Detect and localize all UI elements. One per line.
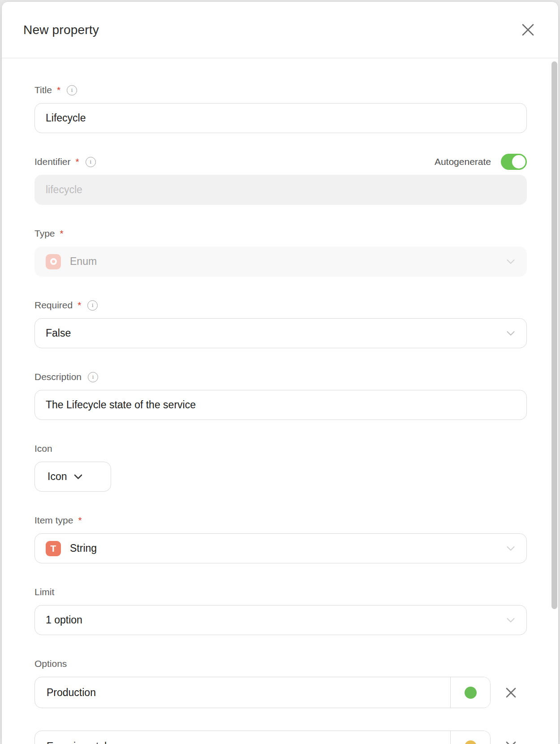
- modal-header: New property: [2, 2, 558, 58]
- color-dot-icon: [465, 687, 477, 699]
- type-section: Type* Enum: [34, 227, 527, 277]
- required-select[interactable]: False: [34, 318, 527, 348]
- option-color-swatch[interactable]: [450, 677, 490, 708]
- identifier-input: [34, 175, 527, 205]
- remove-option-button[interactable]: [504, 740, 518, 744]
- title-label: Title: [34, 85, 52, 95]
- icon-picker-label: Icon: [47, 471, 67, 483]
- required-asterisk: *: [78, 515, 82, 526]
- limit-select-value: 1 option: [46, 614, 82, 626]
- title-section: Title* i: [34, 84, 527, 133]
- required-asterisk: *: [78, 300, 81, 311]
- identifier-section: Identifier* i Autogenerate: [34, 156, 527, 205]
- info-icon[interactable]: i: [88, 372, 98, 382]
- item-type-label: Item type: [34, 515, 73, 526]
- required-asterisk: *: [76, 156, 79, 167]
- icon-section: Icon Icon: [34, 442, 527, 492]
- chevron-down-icon: [507, 546, 515, 551]
- item-type-section: Item type* T String: [34, 514, 527, 563]
- options-section: Options: [34, 657, 527, 744]
- remove-icon: [506, 688, 516, 698]
- enum-type-icon: [46, 254, 61, 269]
- remove-option-button[interactable]: [504, 686, 518, 700]
- chevron-down-icon: [507, 259, 515, 264]
- chevron-down-icon: [507, 331, 515, 336]
- icon-label: Icon: [34, 443, 52, 454]
- item-type-select-value: String: [70, 542, 97, 554]
- autogenerate-toggle[interactable]: [501, 154, 527, 170]
- scrollbar-thumb[interactable]: [551, 61, 557, 609]
- type-select: Enum: [34, 247, 527, 277]
- required-select-value: False: [46, 327, 71, 339]
- type-label: Type: [34, 228, 55, 239]
- options-label: Options: [34, 658, 67, 669]
- identifier-label: Identifier: [34, 156, 71, 167]
- icon-picker-button[interactable]: Icon: [34, 462, 111, 492]
- description-input[interactable]: [34, 390, 527, 420]
- chevron-down-icon: [507, 618, 515, 623]
- page-title: New property: [23, 23, 99, 37]
- color-dot-icon: [465, 740, 477, 744]
- remove-icon: [506, 741, 516, 744]
- description-label: Description: [34, 372, 82, 382]
- limit-section: Limit 1 option: [34, 586, 527, 635]
- info-icon[interactable]: i: [67, 85, 77, 95]
- item-type-select[interactable]: T String: [34, 533, 527, 563]
- info-icon[interactable]: i: [86, 157, 96, 167]
- toggle-knob: [512, 155, 526, 169]
- required-label: Required: [34, 300, 73, 311]
- option-input[interactable]: [35, 731, 450, 744]
- option-input[interactable]: [35, 677, 450, 708]
- chevron-down-icon: [74, 474, 82, 480]
- string-type-icon: T: [46, 541, 61, 556]
- description-section: Description i: [34, 371, 527, 420]
- option-color-swatch[interactable]: [450, 731, 490, 744]
- title-input[interactable]: [34, 103, 527, 133]
- info-icon[interactable]: i: [87, 300, 98, 311]
- limit-label: Limit: [34, 587, 54, 597]
- option-row: [34, 677, 527, 708]
- limit-select[interactable]: 1 option: [34, 605, 527, 635]
- close-icon: [522, 24, 534, 36]
- close-button[interactable]: [519, 21, 537, 39]
- type-select-value: Enum: [70, 255, 97, 268]
- option-row: [34, 731, 527, 744]
- new-property-modal: New property Title* i Identifier* i: [2, 2, 558, 744]
- required-asterisk: *: [60, 228, 64, 239]
- required-section: Required* i False: [34, 299, 527, 348]
- required-asterisk: *: [57, 85, 60, 95]
- autogenerate-label: Autogenerate: [435, 156, 491, 167]
- modal-body: Title* i Identifier* i Autogenerate: [2, 84, 558, 744]
